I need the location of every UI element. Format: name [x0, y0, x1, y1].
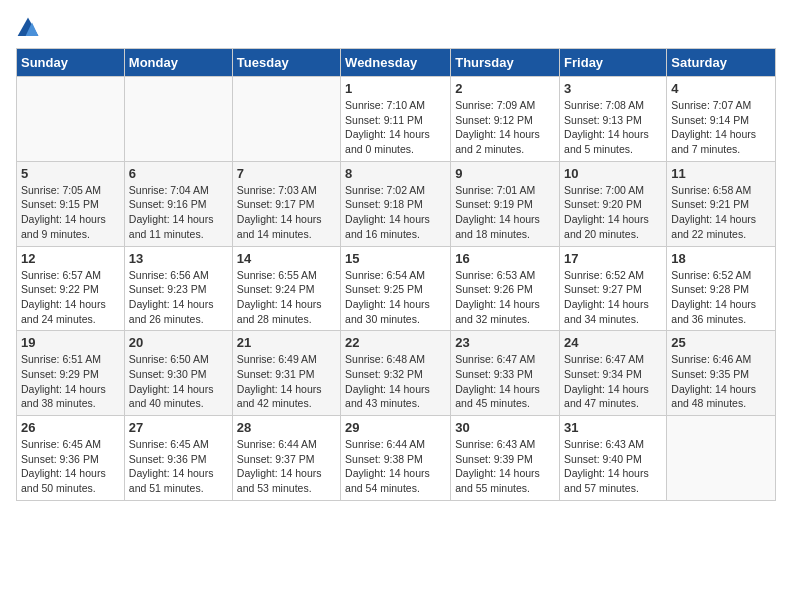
day-info: Sunrise: 6:44 AM Sunset: 9:38 PM Dayligh… — [345, 437, 446, 496]
day-number: 2 — [455, 81, 555, 96]
day-number: 1 — [345, 81, 446, 96]
day-info: Sunrise: 6:45 AM Sunset: 9:36 PM Dayligh… — [129, 437, 228, 496]
day-info: Sunrise: 6:58 AM Sunset: 9:21 PM Dayligh… — [671, 183, 771, 242]
day-info: Sunrise: 6:48 AM Sunset: 9:32 PM Dayligh… — [345, 352, 446, 411]
day-info: Sunrise: 6:49 AM Sunset: 9:31 PM Dayligh… — [237, 352, 336, 411]
day-cell: 4Sunrise: 7:07 AM Sunset: 9:14 PM Daylig… — [667, 77, 776, 162]
day-number: 25 — [671, 335, 771, 350]
day-cell: 6Sunrise: 7:04 AM Sunset: 9:16 PM Daylig… — [124, 161, 232, 246]
day-info: Sunrise: 7:04 AM Sunset: 9:16 PM Dayligh… — [129, 183, 228, 242]
day-info: Sunrise: 6:56 AM Sunset: 9:23 PM Dayligh… — [129, 268, 228, 327]
day-info: Sunrise: 7:08 AM Sunset: 9:13 PM Dayligh… — [564, 98, 662, 157]
day-info: Sunrise: 6:51 AM Sunset: 9:29 PM Dayligh… — [21, 352, 120, 411]
day-number: 18 — [671, 251, 771, 266]
day-info: Sunrise: 6:57 AM Sunset: 9:22 PM Dayligh… — [21, 268, 120, 327]
day-number: 6 — [129, 166, 228, 181]
day-info: Sunrise: 6:52 AM Sunset: 9:28 PM Dayligh… — [671, 268, 771, 327]
day-number: 28 — [237, 420, 336, 435]
day-number: 29 — [345, 420, 446, 435]
header-cell-thursday: Thursday — [451, 49, 560, 77]
day-cell: 10Sunrise: 7:00 AM Sunset: 9:20 PM Dayli… — [560, 161, 667, 246]
day-info: Sunrise: 6:50 AM Sunset: 9:30 PM Dayligh… — [129, 352, 228, 411]
day-cell: 13Sunrise: 6:56 AM Sunset: 9:23 PM Dayli… — [124, 246, 232, 331]
day-number: 7 — [237, 166, 336, 181]
day-cell: 16Sunrise: 6:53 AM Sunset: 9:26 PM Dayli… — [451, 246, 560, 331]
day-cell: 23Sunrise: 6:47 AM Sunset: 9:33 PM Dayli… — [451, 331, 560, 416]
day-number: 23 — [455, 335, 555, 350]
calendar: SundayMondayTuesdayWednesdayThursdayFrid… — [16, 48, 776, 501]
day-info: Sunrise: 7:05 AM Sunset: 9:15 PM Dayligh… — [21, 183, 120, 242]
logo — [16, 16, 44, 40]
day-info: Sunrise: 6:54 AM Sunset: 9:25 PM Dayligh… — [345, 268, 446, 327]
day-cell — [667, 416, 776, 501]
day-number: 30 — [455, 420, 555, 435]
day-number: 22 — [345, 335, 446, 350]
day-number: 10 — [564, 166, 662, 181]
day-number: 9 — [455, 166, 555, 181]
day-number: 31 — [564, 420, 662, 435]
day-cell: 22Sunrise: 6:48 AM Sunset: 9:32 PM Dayli… — [341, 331, 451, 416]
day-cell: 17Sunrise: 6:52 AM Sunset: 9:27 PM Dayli… — [560, 246, 667, 331]
header-cell-sunday: Sunday — [17, 49, 125, 77]
header-cell-friday: Friday — [560, 49, 667, 77]
day-cell: 3Sunrise: 7:08 AM Sunset: 9:13 PM Daylig… — [560, 77, 667, 162]
header-row: SundayMondayTuesdayWednesdayThursdayFrid… — [17, 49, 776, 77]
day-cell: 21Sunrise: 6:49 AM Sunset: 9:31 PM Dayli… — [232, 331, 340, 416]
day-number: 17 — [564, 251, 662, 266]
day-cell: 27Sunrise: 6:45 AM Sunset: 9:36 PM Dayli… — [124, 416, 232, 501]
day-cell: 25Sunrise: 6:46 AM Sunset: 9:35 PM Dayli… — [667, 331, 776, 416]
day-number: 12 — [21, 251, 120, 266]
day-info: Sunrise: 6:47 AM Sunset: 9:34 PM Dayligh… — [564, 352, 662, 411]
day-number: 5 — [21, 166, 120, 181]
day-info: Sunrise: 6:52 AM Sunset: 9:27 PM Dayligh… — [564, 268, 662, 327]
day-cell: 14Sunrise: 6:55 AM Sunset: 9:24 PM Dayli… — [232, 246, 340, 331]
day-info: Sunrise: 6:47 AM Sunset: 9:33 PM Dayligh… — [455, 352, 555, 411]
day-cell: 11Sunrise: 6:58 AM Sunset: 9:21 PM Dayli… — [667, 161, 776, 246]
header-cell-saturday: Saturday — [667, 49, 776, 77]
day-number: 4 — [671, 81, 771, 96]
day-cell: 8Sunrise: 7:02 AM Sunset: 9:18 PM Daylig… — [341, 161, 451, 246]
day-info: Sunrise: 7:03 AM Sunset: 9:17 PM Dayligh… — [237, 183, 336, 242]
day-cell: 5Sunrise: 7:05 AM Sunset: 9:15 PM Daylig… — [17, 161, 125, 246]
day-number: 11 — [671, 166, 771, 181]
day-number: 8 — [345, 166, 446, 181]
day-cell: 18Sunrise: 6:52 AM Sunset: 9:28 PM Dayli… — [667, 246, 776, 331]
day-number: 13 — [129, 251, 228, 266]
header-cell-tuesday: Tuesday — [232, 49, 340, 77]
day-cell — [124, 77, 232, 162]
day-number: 19 — [21, 335, 120, 350]
header — [16, 16, 776, 40]
day-info: Sunrise: 7:10 AM Sunset: 9:11 PM Dayligh… — [345, 98, 446, 157]
day-cell: 28Sunrise: 6:44 AM Sunset: 9:37 PM Dayli… — [232, 416, 340, 501]
week-row-5: 26Sunrise: 6:45 AM Sunset: 9:36 PM Dayli… — [17, 416, 776, 501]
day-number: 26 — [21, 420, 120, 435]
day-info: Sunrise: 7:02 AM Sunset: 9:18 PM Dayligh… — [345, 183, 446, 242]
day-info: Sunrise: 7:01 AM Sunset: 9:19 PM Dayligh… — [455, 183, 555, 242]
day-cell: 24Sunrise: 6:47 AM Sunset: 9:34 PM Dayli… — [560, 331, 667, 416]
day-number: 3 — [564, 81, 662, 96]
day-info: Sunrise: 6:43 AM Sunset: 9:40 PM Dayligh… — [564, 437, 662, 496]
day-info: Sunrise: 6:55 AM Sunset: 9:24 PM Dayligh… — [237, 268, 336, 327]
logo-icon — [16, 16, 40, 40]
day-info: Sunrise: 7:07 AM Sunset: 9:14 PM Dayligh… — [671, 98, 771, 157]
day-cell: 31Sunrise: 6:43 AM Sunset: 9:40 PM Dayli… — [560, 416, 667, 501]
day-info: Sunrise: 7:00 AM Sunset: 9:20 PM Dayligh… — [564, 183, 662, 242]
day-cell: 7Sunrise: 7:03 AM Sunset: 9:17 PM Daylig… — [232, 161, 340, 246]
week-row-2: 5Sunrise: 7:05 AM Sunset: 9:15 PM Daylig… — [17, 161, 776, 246]
day-cell: 20Sunrise: 6:50 AM Sunset: 9:30 PM Dayli… — [124, 331, 232, 416]
day-cell: 26Sunrise: 6:45 AM Sunset: 9:36 PM Dayli… — [17, 416, 125, 501]
header-cell-wednesday: Wednesday — [341, 49, 451, 77]
header-cell-monday: Monday — [124, 49, 232, 77]
day-cell: 19Sunrise: 6:51 AM Sunset: 9:29 PM Dayli… — [17, 331, 125, 416]
day-cell — [17, 77, 125, 162]
day-info: Sunrise: 6:45 AM Sunset: 9:36 PM Dayligh… — [21, 437, 120, 496]
week-row-4: 19Sunrise: 6:51 AM Sunset: 9:29 PM Dayli… — [17, 331, 776, 416]
day-number: 15 — [345, 251, 446, 266]
day-info: Sunrise: 6:53 AM Sunset: 9:26 PM Dayligh… — [455, 268, 555, 327]
day-cell: 1Sunrise: 7:10 AM Sunset: 9:11 PM Daylig… — [341, 77, 451, 162]
day-cell: 30Sunrise: 6:43 AM Sunset: 9:39 PM Dayli… — [451, 416, 560, 501]
week-row-3: 12Sunrise: 6:57 AM Sunset: 9:22 PM Dayli… — [17, 246, 776, 331]
day-cell: 15Sunrise: 6:54 AM Sunset: 9:25 PM Dayli… — [341, 246, 451, 331]
day-number: 21 — [237, 335, 336, 350]
day-info: Sunrise: 6:46 AM Sunset: 9:35 PM Dayligh… — [671, 352, 771, 411]
